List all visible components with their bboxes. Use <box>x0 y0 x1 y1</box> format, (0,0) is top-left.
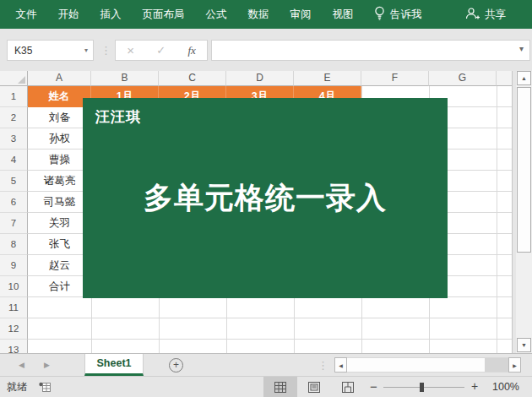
cancel-button[interactable]: × <box>127 44 134 57</box>
tutorial-overlay-shape[interactable]: 汪汪琪 多单元格统一录入 <box>83 98 448 298</box>
row-cells[interactable] <box>28 297 512 318</box>
view-shortcuts <box>263 377 365 397</box>
status-bar: 就绪 − + 100% <box>0 376 532 397</box>
column-header-c[interactable]: C <box>159 71 226 86</box>
scroll-down-button[interactable]: ▼ <box>517 338 531 352</box>
zoom-out-button[interactable]: − <box>370 377 377 396</box>
row-header[interactable]: 8 <box>0 234 28 255</box>
row-header[interactable]: 7 <box>0 213 28 234</box>
vertical-scrollbar[interactable]: ▲ ▼ <box>516 71 532 353</box>
cell-name[interactable]: 关羽 <box>28 213 91 233</box>
row-header[interactable]: 4 <box>0 150 28 171</box>
row-header[interactable]: 5 <box>0 171 28 192</box>
cell-name[interactable]: 孙权 <box>28 128 91 149</box>
select-all-triangle-icon <box>18 76 25 84</box>
row-header[interactable]: 10 <box>0 276 28 297</box>
ribbon-tab-page-layout[interactable]: 页面布局 <box>132 0 195 29</box>
ribbon-tab-data[interactable]: 数据 <box>237 0 280 29</box>
prev-sheet-icon[interactable]: ◀ <box>19 354 24 376</box>
formula-input[interactable]: ▾ <box>211 40 530 61</box>
page-break-preview-button[interactable] <box>331 377 365 397</box>
cell-name[interactable]: 刘备 <box>28 107 91 128</box>
cell-name[interactable]: 司马懿 <box>28 192 91 212</box>
column-header-f[interactable]: F <box>361 71 429 86</box>
scroll-up-button[interactable]: ▲ <box>517 71 531 85</box>
row-header[interactable]: 11 <box>0 297 28 318</box>
row-header[interactable]: 6 <box>0 192 28 213</box>
macro-record-icon[interactable] <box>39 382 51 395</box>
row-cells[interactable] <box>28 318 512 340</box>
row-header[interactable]: 9 <box>0 255 28 276</box>
tab-sheet1[interactable]: Sheet1 <box>84 354 144 376</box>
tell-me-button[interactable]: 告诉我 <box>374 0 422 29</box>
row-header[interactable]: 13 <box>0 340 28 353</box>
ribbon-tab-home[interactable]: 开始 <box>47 0 90 29</box>
column-header-e[interactable]: E <box>294 71 361 86</box>
cell-name[interactable]: 合计 <box>28 276 91 296</box>
horizontal-scrollbar-thumb[interactable] <box>485 358 508 372</box>
table-row: 13 <box>0 340 512 353</box>
person-add-icon <box>465 7 480 23</box>
column-header-g[interactable]: G <box>429 71 497 86</box>
row-header[interactable]: 2 <box>0 107 28 128</box>
scroll-left-button[interactable]: ◀ <box>334 357 347 373</box>
normal-view-button[interactable] <box>263 377 297 397</box>
name-box-value: K35 <box>14 45 32 57</box>
cell-name[interactable]: 赵云 <box>28 255 91 275</box>
watermark-text: 汪汪琪 <box>95 107 141 127</box>
formula-bar-strip: K35 ▾ ⋮ × ✓ fx ▾ <box>0 29 532 71</box>
formula-bar-separator: ⋮ <box>100 40 111 61</box>
column-header-a[interactable]: A <box>28 71 91 86</box>
ribbon-menu-bar: 文件 开始 插入 页面布局 公式 数据 审阅 视图 告诉我 共享 <box>0 0 532 29</box>
scroll-right-button[interactable]: ▶ <box>508 357 521 373</box>
ribbon-tab-insert[interactable]: 插入 <box>90 0 132 29</box>
overlay-title: 多单元格统一录入 <box>83 178 448 218</box>
column-header-d[interactable]: D <box>226 71 294 86</box>
vertical-scrollbar-thumb[interactable] <box>517 87 531 253</box>
column-header-filler <box>497 71 512 86</box>
zoom-in-button[interactable]: + <box>471 377 478 396</box>
table-row: 11 <box>0 297 512 318</box>
tell-me-label: 告诉我 <box>390 8 422 22</box>
ribbon-tab-file[interactable]: 文件 <box>5 0 47 29</box>
tab-bar-separator: ⋮ <box>318 354 328 376</box>
cell-header[interactable]: 姓名 <box>28 86 91 107</box>
select-all-corner[interactable] <box>0 71 28 86</box>
zoom-slider-thumb[interactable] <box>420 383 424 392</box>
share-button[interactable]: 共享 <box>465 0 506 29</box>
row-header[interactable]: 12 <box>0 318 28 340</box>
name-box-dropdown-icon[interactable]: ▾ <box>84 41 88 61</box>
add-sheet-button[interactable]: + <box>169 358 183 373</box>
column-header-b[interactable]: B <box>91 71 159 86</box>
name-box[interactable]: K35 ▾ <box>7 40 94 61</box>
page-layout-view-button[interactable] <box>297 377 331 397</box>
cell-name[interactable]: 曹操 <box>28 150 91 170</box>
cell-name[interactable]: 张飞 <box>28 234 91 254</box>
row-header[interactable]: 1 <box>0 86 28 107</box>
row-cells[interactable] <box>28 340 512 353</box>
insert-function-button[interactable]: fx <box>187 44 195 57</box>
share-label: 共享 <box>485 8 506 22</box>
lightbulb-icon <box>374 6 385 23</box>
formula-button-group: × ✓ fx <box>115 40 208 61</box>
row-header[interactable]: 3 <box>0 128 28 150</box>
cell-name[interactable]: 诸葛亮 <box>28 171 91 191</box>
horizontal-scrollbar-track[interactable] <box>347 357 508 373</box>
table-row: 12 <box>0 318 512 340</box>
sheet-tab-bar: ◀ ▶ Sheet1 + ⋮ ◀ ▶ <box>0 353 532 376</box>
zoom-level-label[interactable]: 100% <box>492 377 519 397</box>
status-ready-label: 就绪 <box>7 377 27 397</box>
zoom-slider-track[interactable] <box>383 387 464 388</box>
ribbon-tab-formulas[interactable]: 公式 <box>195 0 237 29</box>
next-sheet-icon[interactable]: ▶ <box>44 354 50 376</box>
ribbon-tab-review[interactable]: 审阅 <box>280 0 322 29</box>
ribbon-tab-view[interactable]: 视图 <box>322 0 364 29</box>
horizontal-scrollbar[interactable]: ◀ ▶ <box>334 357 521 373</box>
column-header-row: A B C D E F G <box>0 71 512 86</box>
expand-formula-bar-icon[interactable]: ▾ <box>519 44 524 53</box>
enter-button[interactable]: ✓ <box>156 45 166 56</box>
